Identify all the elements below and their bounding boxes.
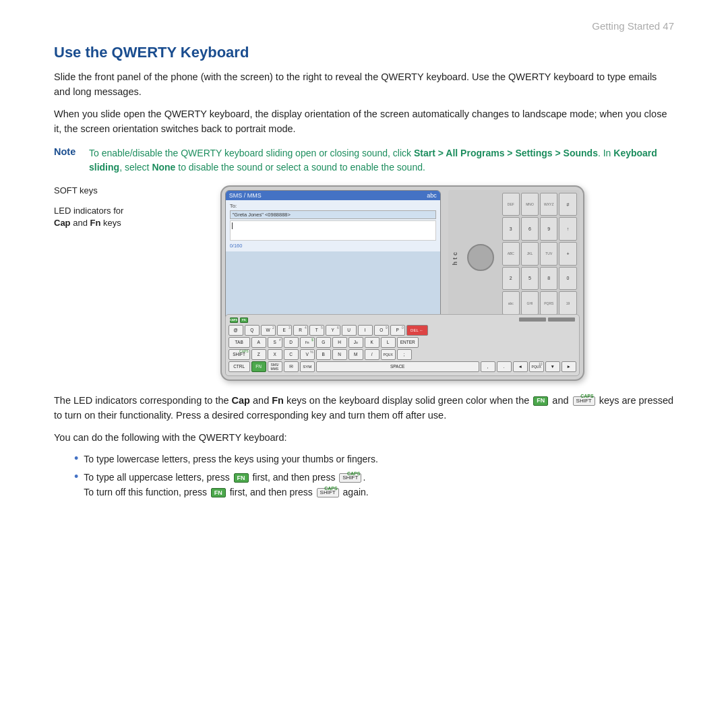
kb-e: E3 <box>277 325 292 336</box>
kb-enter: ENTER <box>397 337 419 348</box>
fn-key-inline: FN <box>533 396 548 406</box>
bullet-item-2: • To type all uppercase letters, press F… <box>74 470 674 500</box>
kb-t: T5 <box>309 325 324 336</box>
kb-i: I <box>358 325 373 336</box>
kb-b: B <box>316 349 331 360</box>
bottom-para-1: The LED indicators corresponding to the … <box>54 393 674 423</box>
numpad-grid: DEF MNO WXYZ # 3 6 9 ↑ ABC JKL TUV + 2 5 <box>499 190 580 325</box>
kb-k: K <box>365 337 380 348</box>
kb-y: Y6 <box>326 325 340 336</box>
screen-content: To: "Greta Jones" <0988888> 0/160 <box>226 200 440 251</box>
kb-w: W2 <box>261 325 276 336</box>
kb-pqux2: PQUX10 <box>529 361 544 372</box>
kb-m: M <box>348 349 363 360</box>
led-row: CAPS FN <box>229 317 576 324</box>
note-label: Note <box>54 146 81 157</box>
numpad-key: WXYZ <box>540 193 557 216</box>
labels-left: SOFT keys LED indicators for Cap and Fn … <box>54 185 123 270</box>
kb-row-1: @ Q W2 E3 R4 T5 Y6 U I O9 P0 DEL ← <box>229 325 576 336</box>
kb-q: Q <box>245 325 260 336</box>
kb-h: H <box>332 337 347 348</box>
kb-row-3: SHIFTCAPS Z X C V% B N M / PQUX ; <box>229 349 576 360</box>
led-label: LED indicators for Cap and Fn keys <box>54 205 123 229</box>
shift-key-inline-3: CAPSSHIFT <box>317 488 339 497</box>
numpad-key: 6 <box>521 217 539 241</box>
bullet-list: • To type lowercase letters, press the k… <box>74 452 674 499</box>
kb-indicator-bar <box>519 317 546 322</box>
numpad-key: MNO <box>521 193 539 216</box>
kb-f: Fn$ <box>300 337 315 348</box>
numpad-key: 5 <box>521 267 539 291</box>
kb-semicolon: ; <box>397 349 412 360</box>
caps-led: CAPS <box>230 317 238 323</box>
kb-o: O9 <box>374 325 389 336</box>
kb-left: ◄ <box>513 361 528 372</box>
kb-n: N <box>332 349 347 360</box>
numpad-key: 19 <box>559 291 576 315</box>
phone-screen: SMS / MMS abc To: "Greta Jones" <0988888… <box>225 190 441 332</box>
kb-r: R4 <box>293 325 308 336</box>
numpad-key: TUV <box>540 242 557 266</box>
kb-s: S# <box>268 337 282 348</box>
paragraph-2: When you slide open the QWERTY keyboard,… <box>54 107 674 137</box>
kb-j: Jo <box>348 337 363 348</box>
kb-x: X <box>268 349 282 360</box>
numpad-key: GHI <box>521 291 539 315</box>
page-title: Use the QWERTY Keyboard <box>54 44 674 61</box>
kb-indicator-bar <box>548 317 575 322</box>
kb-row-4: CTRL FN SMS/MMS ✉ SYM SPACE , . ◄ PQUX10… <box>229 361 576 372</box>
page-header-text: Getting Started 47 <box>592 20 674 32</box>
kb-slash: / <box>365 349 380 360</box>
note-block: Note To enable/disable the QWERTY keyboa… <box>54 146 674 175</box>
kb-ctrl: CTRL <box>229 361 250 372</box>
kb-g: G <box>316 337 331 348</box>
device-graphic: SMS / MMS abc To: "Greta Jones" <0988888… <box>220 185 584 381</box>
fn-key-inline-3: FN <box>211 488 226 497</box>
phone-outer: SMS / MMS abc To: "Greta Jones" <0988888… <box>220 185 584 381</box>
numpad-key: abc <box>502 291 520 315</box>
kb-space: SPACE <box>316 361 479 372</box>
numpad-key: ↑ <box>559 217 576 241</box>
numpad-key: PQRS <box>540 291 557 315</box>
numpad-key: 2 <box>502 267 520 291</box>
note-text: To enable/disable the QWERTY keyboard sl… <box>89 146 674 175</box>
fn-led: FN <box>240 317 248 323</box>
kb-sym: SYM <box>300 361 315 372</box>
nav-circle <box>467 244 494 271</box>
numpad-key: 8 <box>540 267 557 291</box>
kb-v: V% <box>300 349 315 360</box>
bullet-item-1: • To type lowercase letters, press the k… <box>74 452 674 466</box>
kb-fn: FN <box>251 361 266 372</box>
shift-key-inline-2: CAPSSHIFT <box>339 473 361 483</box>
numpad-key: ABC <box>502 242 520 266</box>
paragraph-1: Slide the front panel of the phone (with… <box>54 69 674 100</box>
kb-period: . <box>497 361 512 372</box>
numpad-key: + <box>559 242 576 266</box>
screen-titlebar: SMS / MMS abc <box>226 191 440 200</box>
kb-l: L <box>381 337 396 348</box>
kb-tab: TAB <box>229 337 250 348</box>
numpad-key: 3 <box>502 217 520 241</box>
numpad-key: # <box>559 193 576 216</box>
kb-comma: , <box>481 361 495 372</box>
kb-a: A <box>251 337 266 348</box>
numpad-key: 9 <box>540 217 557 241</box>
kb-z: Z <box>251 349 266 360</box>
kb-row-2: TAB A S# D Fn$ G H Jo K L ENTER <box>229 337 576 348</box>
kb-c: C <box>284 349 299 360</box>
kb-mail: ✉ <box>284 361 299 372</box>
numpad-key: DEF <box>502 193 520 216</box>
kb-pqux: PQUX <box>381 349 396 360</box>
kb-sms: SMS/MMS <box>268 361 282 372</box>
kb-p: P0 <box>390 325 405 336</box>
kb-d: D <box>284 337 299 348</box>
diagram-area: SOFT keys LED indicators for Cap and Fn … <box>54 185 674 381</box>
kb-right: ► <box>562 361 576 372</box>
htc-logo: htc <box>448 247 462 269</box>
side-panel: htc DEF MNO WXYZ # 3 6 9 ↑ ABC JKL <box>448 190 580 325</box>
bottom-section: The LED indicators corresponding to the … <box>54 393 674 500</box>
shift-key-inline: CAPSSHIFT <box>573 396 595 406</box>
kb-u: U <box>342 325 357 336</box>
kb-down: ▼ <box>545 361 560 372</box>
soft-keys-label: SOFT keys <box>54 185 123 195</box>
